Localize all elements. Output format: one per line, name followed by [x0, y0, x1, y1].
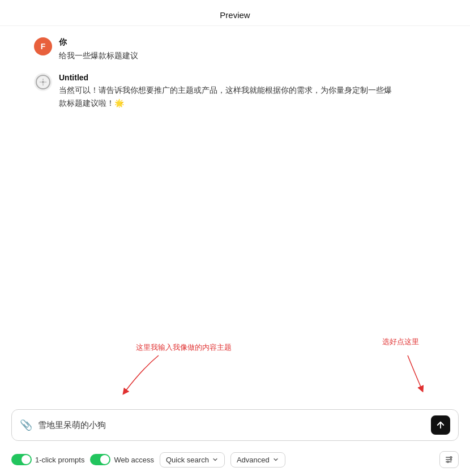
user-avatar: F: [34, 37, 52, 55]
user-message-text: 给我一些爆款标题建议: [59, 49, 138, 62]
attachment-icon[interactable]: 📎: [20, 419, 32, 431]
chat-spacer: [34, 121, 436, 320]
quick-search-label: Quick search: [166, 456, 209, 464]
svg-point-7: [450, 457, 452, 458]
user-name: 你: [59, 37, 138, 48]
bot-message-row: Untitled 当然可以！请告诉我你想要推广的主题或产品，这样我就能根据你的需…: [34, 73, 436, 109]
toggle-1click[interactable]: [11, 454, 32, 465]
advanced-dropdown[interactable]: Advanced: [230, 452, 285, 468]
annotation-area: 这里我输入我像做的内容主题 选好点这里: [11, 331, 459, 405]
svg-point-8: [450, 459, 452, 461]
bot-message-content: Untitled 当然可以！请告诉我你想要推广的主题或产品，这样我就能根据你的需…: [59, 73, 399, 109]
settings-button[interactable]: [439, 451, 459, 468]
left-annotation-text: 这里我输入我像做的内容主题: [136, 342, 232, 353]
page-container: Preview F 你 给我一些爆款标题建议: [0, 0, 470, 476]
left-arrow: [113, 353, 181, 398]
input-box: 📎: [11, 409, 459, 441]
toggle-1click-label: 1-click prompts: [35, 456, 84, 464]
user-message-row: F 你 给我一些爆款标题建议: [34, 37, 436, 62]
advanced-label: Advanced: [237, 456, 270, 464]
svg-point-0: [42, 82, 44, 84]
toggle-group-web: Web access: [90, 454, 154, 465]
input-area: 📎: [0, 405, 470, 447]
toggle-web-label: Web access: [114, 456, 154, 464]
advanced-chevron-icon: [272, 456, 279, 463]
toggle-group-1click: 1-click prompts: [11, 454, 84, 465]
bot-name: Untitled: [59, 73, 399, 82]
bot-icon: [36, 75, 50, 89]
preview-header: Preview: [0, 0, 470, 26]
toggle-web[interactable]: [90, 454, 110, 465]
chat-area: F 你 给我一些爆款标题建议 Untitled 当然可以！请告诉我你想要推广的主…: [0, 26, 470, 331]
message-input[interactable]: [38, 421, 425, 430]
header-title: Preview: [220, 10, 250, 20]
user-message-content: 你 给我一些爆款标题建议: [59, 37, 138, 62]
settings-icon: [445, 455, 454, 464]
bot-message-text: 当然可以！请告诉我你想要推广的主题或产品，这样我就能根据你的需求，为你量身定制一…: [59, 84, 399, 109]
quick-search-dropdown[interactable]: Quick search: [160, 452, 225, 468]
svg-point-9: [447, 461, 449, 463]
right-annotation-text: 选好点这里: [382, 337, 419, 347]
bot-avatar: [34, 73, 52, 91]
toolbar: 1-click prompts Web access Quick search …: [0, 447, 470, 476]
send-button[interactable]: [431, 415, 450, 435]
quick-search-chevron-icon: [212, 456, 219, 463]
right-arrow: [396, 353, 430, 398]
